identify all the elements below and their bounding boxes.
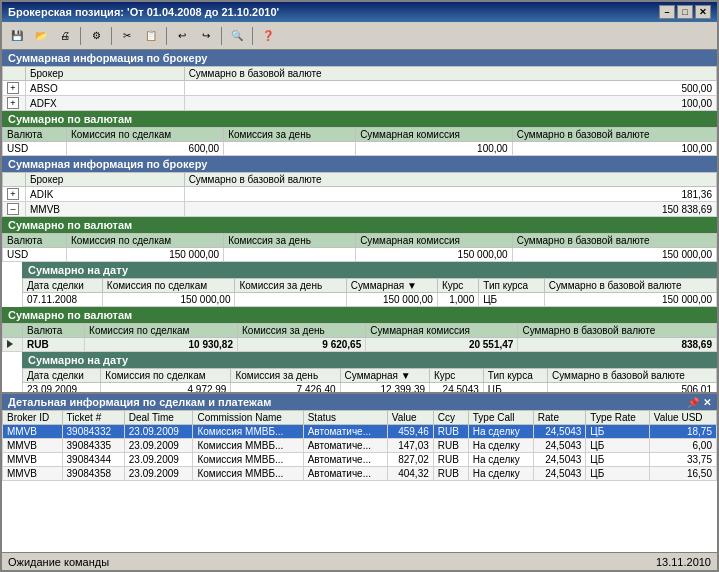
date1-rate: 1,000 (437, 293, 478, 307)
window-title: Брокерская позиция: 'От 01.04.2008 до 21… (8, 6, 279, 18)
deal-commission2: 150 000,00 (66, 248, 223, 262)
expand-btn-adik[interactable]: + (3, 187, 26, 202)
broker-section2-header: Суммарная информация по брокеру (2, 156, 717, 172)
bottom-panel-header: Детальная информация по сделкам и платеж… (2, 394, 717, 410)
top-section: Суммарная информация по брокеру Брокер С… (2, 50, 717, 392)
date1-base-val: 150 000,00 (544, 293, 716, 307)
cur2-col-base-val: Суммарно в базовой валюте (512, 234, 716, 248)
date-table2: Дата сделки Комиссия по сделкам Комиссия… (22, 368, 717, 392)
date2-row1-date: 23.09.2009 (23, 383, 101, 393)
bottom-panel-title: Детальная информация по сделкам и платеж… (8, 396, 271, 408)
total-commission2: 150 000,00 (356, 248, 513, 262)
close-button[interactable]: ✕ (695, 5, 711, 19)
broker-table1: Брокер Суммарно в базовой валюте + ABSO … (2, 66, 717, 111)
detail-value-usd: 18,75 (649, 425, 716, 439)
broker-col2-header: Брокер (26, 67, 185, 81)
rub-total-comm: 20 551,47 (366, 338, 518, 352)
broker-value: 181,36 (184, 187, 716, 202)
table-row[interactable]: MMVB 39084344 23.09.2009 Комиссия ММВБ..… (3, 453, 717, 467)
detail-status: Автоматиче... (303, 425, 387, 439)
detail-comm-name: Комиссия ММВБ... (193, 467, 303, 481)
toolbar-print[interactable]: 🖨 (54, 25, 76, 47)
detail-type-call: На сделку (468, 467, 533, 481)
detail-deal-time: 23.09.2009 (124, 467, 193, 481)
toolbar-find[interactable]: 🔍 (226, 25, 248, 47)
statusbar-left: Ожидание команды (8, 556, 109, 568)
detail-broker: MMVB (3, 425, 63, 439)
date1-col-deal-comm: Комиссия по сделкам (102, 279, 235, 293)
table-row: USD 150 000,00 150 000,00 150 000,00 (3, 248, 717, 262)
currency2: USD (3, 248, 67, 262)
date-section1-header: Суммарно на дату (22, 262, 717, 278)
date2-col-rate-type: Тип курса (483, 369, 547, 383)
detail-ccy: RUB (433, 439, 468, 453)
table-row[interactable]: MMVB 39084332 23.09.2009 Комиссия ММВБ..… (3, 425, 717, 439)
currency-section3-header: Суммарно по валютам (2, 307, 717, 323)
day-commission (224, 142, 356, 156)
date2-row1-total: 12 399,39 (340, 383, 429, 393)
table-row[interactable]: MMVB 39084335 23.09.2009 Комиссия ММВБ..… (3, 439, 717, 453)
detail-deal-time: 23.09.2009 (124, 439, 193, 453)
minimize-button[interactable]: – (659, 5, 675, 19)
broker-table2: Брокер Суммарно в базовой валюте + ADIK … (2, 172, 717, 217)
toolbar-open[interactable]: 📂 (30, 25, 52, 47)
cur3-col-base-val: Суммарно в базовой валюте (518, 324, 717, 338)
broker2-col2: Брокер (26, 173, 185, 187)
date-section2: Суммарно на дату Дата сделки Комиссия по… (22, 352, 717, 392)
broker-value: 100,00 (184, 96, 716, 111)
table-row[interactable]: MMVB 39084358 23.09.2009 Комиссия ММВБ..… (3, 467, 717, 481)
expand-btn-adfx[interactable]: + (3, 96, 26, 111)
main-window: Брокерская позиция: 'От 01.04.2008 до 21… (0, 0, 719, 572)
cur3-col-currency: Валюта (23, 324, 85, 338)
detail-scroll[interactable]: Broker ID Ticket # Deal Time Commission … (2, 410, 717, 552)
statusbar-right: 13.11.2010 (656, 556, 711, 568)
toolbar-settings[interactable]: ⚙ (85, 25, 107, 47)
detail-rate: 24,5043 (533, 439, 586, 453)
detail-type-rate: ЦБ (586, 467, 649, 481)
expand-btn-mmvb[interactable]: – (3, 202, 26, 217)
detail-col-rate: Rate (533, 411, 586, 425)
toolbar-save[interactable]: 💾 (6, 25, 28, 47)
toolbar-sep1 (80, 27, 81, 45)
detail-value-usd: 33,75 (649, 453, 716, 467)
scrollable-area[interactable]: Суммарная информация по брокеру Брокер С… (2, 50, 717, 392)
toolbar-undo[interactable]: ↩ (171, 25, 193, 47)
detail-deal-time: 23.09.2009 (124, 453, 193, 467)
date2-col-day-comm: Комиссия за день (231, 369, 340, 383)
cur2-col-currency: Валюта (3, 234, 67, 248)
detail-comm-name: Комиссия ММВБ... (193, 425, 303, 439)
table-row: 07.11.2008 150 000,00 150 000,00 1,000 Ц… (23, 293, 717, 307)
toolbar-cut[interactable]: ✂ (116, 25, 138, 47)
date1-date: 07.11.2008 (23, 293, 103, 307)
date1-col-day-comm: Комиссия за день (235, 279, 346, 293)
toolbar-redo[interactable]: ↪ (195, 25, 217, 47)
panel-close-button[interactable]: ✕ (703, 397, 711, 408)
date1-col-rate: Курс (437, 279, 478, 293)
date1-deal-comm: 150 000,00 (102, 293, 235, 307)
broker2-col1 (3, 173, 26, 187)
toolbar-help[interactable]: ❓ (257, 25, 279, 47)
currency3: RUB (23, 338, 85, 352)
table-row: – MMVB 150 838,69 (3, 202, 717, 217)
expand-btn-abso[interactable]: + (3, 81, 26, 96)
toolbar-copy[interactable]: 📋 (140, 25, 162, 47)
expand-btn-rub[interactable] (3, 338, 23, 352)
detail-col-value: Value (387, 411, 433, 425)
detail-ticket: 39084344 (62, 453, 124, 467)
date2-row1-rate-type: ЦБ (483, 383, 547, 393)
detail-type-rate: ЦБ (586, 453, 649, 467)
detail-rate: 24,5043 (533, 425, 586, 439)
table-row: + ADFX 100,00 (3, 96, 717, 111)
table-row: USD 600,00 100,00 100,00 (3, 142, 717, 156)
detail-value-usd: 6,00 (649, 439, 716, 453)
deal-commission: 600,00 (66, 142, 223, 156)
table-row: + ABSO 500,00 (3, 81, 717, 96)
broker-name: ABSO (26, 81, 185, 96)
currency-section2-header: Суммарно по валютам (2, 217, 717, 233)
date2-col-date: Дата сделки (23, 369, 101, 383)
toolbar: 💾 📂 🖨 ⚙ ✂ 📋 ↩ ↪ 🔍 ❓ (2, 22, 717, 50)
detail-col-ccy: Ccy (433, 411, 468, 425)
maximize-button[interactable]: □ (677, 5, 693, 19)
detail-comm-name: Комиссия ММВБ... (193, 453, 303, 467)
panel-pin-button[interactable]: 📌 (687, 397, 699, 408)
